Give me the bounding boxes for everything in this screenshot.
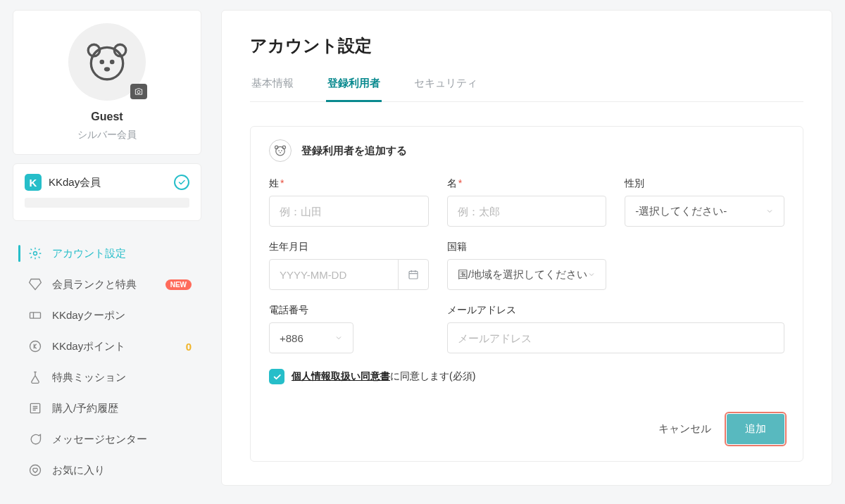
svg-point-9 <box>30 341 41 352</box>
sidebar: Guest シルバー会員 K KKday会員 アカウント設定 会員ランクと特典 … <box>13 10 201 486</box>
last-name-input[interactable] <box>269 196 429 227</box>
svg-point-5 <box>104 67 110 71</box>
chevron-down-icon <box>334 334 343 342</box>
svg-point-11 <box>30 465 41 476</box>
nav-label: アカウント設定 <box>52 247 126 260</box>
svg-rect-18 <box>409 271 418 279</box>
nav-label: メッセージセンター <box>52 433 147 446</box>
svg-point-17 <box>280 152 281 153</box>
svg-point-15 <box>278 150 280 151</box>
svg-rect-8 <box>30 313 41 318</box>
field-gender: 性別 -選択してください- <box>625 177 784 227</box>
nav-favorites[interactable]: お気に入り <box>13 455 201 486</box>
svg-point-7 <box>34 252 37 256</box>
main-panel: アカウント設定 基本情報 登録利用者 セキュリティ 登録利用者を追加する 姓* <box>221 10 832 486</box>
phone-code-select[interactable]: +886 <box>269 322 353 353</box>
nav-label: 購入/予約履歴 <box>52 402 118 415</box>
gear-icon <box>28 246 42 260</box>
points-count: 0 <box>186 341 192 353</box>
member-card: K KKday会員 <box>13 163 201 221</box>
chevron-down-icon <box>587 270 596 279</box>
camera-icon[interactable] <box>130 84 147 99</box>
profile-tier: シルバー会員 <box>13 129 201 141</box>
nav-message-center[interactable]: メッセージセンター <box>13 424 201 455</box>
svg-point-16 <box>281 150 282 151</box>
svg-point-6 <box>137 91 140 94</box>
cancel-button[interactable]: キャンセル <box>654 415 715 443</box>
field-last-name: 姓* <box>269 177 429 227</box>
heart-icon <box>28 463 42 477</box>
nav-missions[interactable]: 特典ミッション <box>13 362 201 393</box>
field-dob: 生年月日 <box>269 241 429 290</box>
profile-card: Guest シルバー会員 <box>13 10 201 155</box>
nationality-select[interactable]: 国/地域を選択してください <box>447 259 607 290</box>
coin-icon <box>28 339 42 353</box>
svg-point-4 <box>110 60 115 65</box>
add-user-panel: 登録利用者を追加する 姓* 名* 性別 -選択してください- <box>250 126 803 462</box>
tab-basic-info[interactable]: 基本情報 <box>250 77 295 101</box>
flask-icon <box>28 370 42 384</box>
member-info-masked <box>25 198 189 208</box>
tab-security[interactable]: セキュリティ <box>413 77 479 101</box>
svg-point-0 <box>91 47 123 79</box>
kkday-logo-icon: K <box>25 174 42 191</box>
chevron-down-icon <box>765 207 774 215</box>
svg-point-12 <box>276 146 285 156</box>
list-icon <box>28 401 42 415</box>
calendar-icon[interactable] <box>398 259 429 290</box>
avatar[interactable] <box>68 23 146 101</box>
field-first-name: 名* <box>447 177 607 227</box>
verified-check-icon <box>174 175 189 190</box>
field-email: メールアドレス <box>447 304 784 353</box>
member-label: KKday会員 <box>49 176 167 189</box>
nav-label: KKdayクーポン <box>52 309 125 322</box>
tabs: 基本情報 登録利用者 セキュリティ <box>250 77 803 102</box>
nav-list: アカウント設定 会員ランクと特典 NEW KKdayクーポン KKdayポイント… <box>13 238 201 486</box>
nav-order-history[interactable]: 購入/予約履歴 <box>13 393 201 424</box>
panel-title: 登録利用者を追加する <box>301 144 407 158</box>
page-title: アカウント設定 <box>250 34 803 57</box>
nav-coupon[interactable]: KKdayクーポン <box>13 300 201 331</box>
first-name-input[interactable] <box>447 196 607 227</box>
add-button[interactable]: 追加 <box>727 414 784 444</box>
ticket-icon <box>28 308 42 322</box>
chat-icon <box>28 432 42 446</box>
new-badge: NEW <box>165 279 192 290</box>
svg-point-3 <box>99 60 104 65</box>
field-nationality: 国籍 国/地域を選択してください <box>447 241 607 290</box>
nav-label: お気に入り <box>52 464 105 477</box>
gender-select[interactable]: -選択してください- <box>625 196 784 227</box>
nav-label: KKdayポイント <box>52 340 125 353</box>
profile-name: Guest <box>13 111 201 123</box>
tab-registered-users[interactable]: 登録利用者 <box>326 77 382 102</box>
consent-row: 個人情報取扱い同意書に同意します(必須) <box>269 369 784 384</box>
nav-member-rank[interactable]: 会員ランクと特典 NEW <box>13 269 201 300</box>
email-input[interactable] <box>447 322 784 353</box>
nav-label: 会員ランクと特典 <box>52 278 137 291</box>
consent-checkbox[interactable] <box>269 369 284 384</box>
nav-points[interactable]: KKdayポイント 0 <box>13 331 201 362</box>
bear-icon <box>269 139 292 162</box>
field-empty <box>625 241 784 290</box>
privacy-policy-link[interactable]: 個人情報取扱い同意書 <box>292 370 390 382</box>
bear-icon <box>84 39 130 85</box>
diamond-icon <box>28 277 42 291</box>
nav-label: 特典ミッション <box>52 371 126 384</box>
field-phone: 電話番号 +886 <box>269 304 429 353</box>
nav-account-settings[interactable]: アカウント設定 <box>13 238 201 269</box>
